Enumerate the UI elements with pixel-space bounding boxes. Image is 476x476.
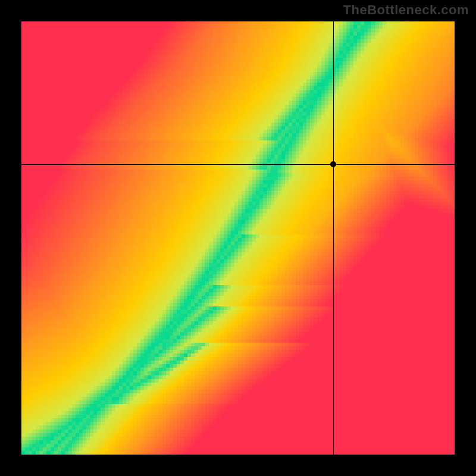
crosshair-vertical [333, 21, 334, 455]
crosshair-horizontal [21, 164, 455, 165]
watermark-text: TheBottleneck.com [343, 2, 469, 18]
bottleneck-heatmap [21, 21, 455, 455]
selection-marker [330, 161, 336, 167]
chart-frame: TheBottleneck.com [0, 0, 476, 476]
